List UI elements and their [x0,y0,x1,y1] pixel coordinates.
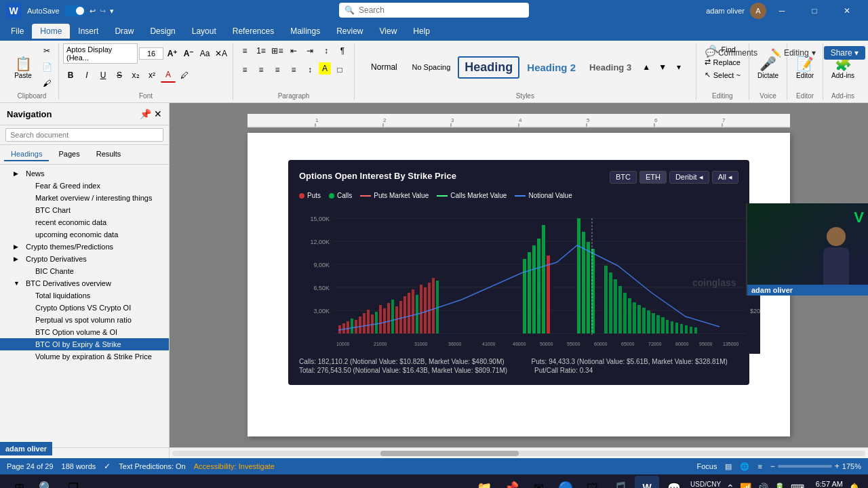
styles-expand[interactable]: ▾ [671,60,686,75]
increase-indent-btn[interactable]: ⇥ [302,43,317,58]
layout-normal-btn[interactable]: ▤ [725,462,732,471]
tab-mailings[interactable]: Mailings [282,24,328,39]
style-normal[interactable]: Normal [363,59,404,75]
focus-btn[interactable]: Focus [696,462,717,470]
layout-outline-btn[interactable]: ≡ [757,462,762,470]
keyboard-icon[interactable]: ⌨ [789,481,806,488]
taskbar-word[interactable]: W [635,476,659,488]
taskbar-music[interactable]: 🎵 [608,476,632,488]
editing-btn[interactable]: ✏️ Editing ▾ [766,47,821,59]
font-name-selector[interactable]: Aptos Display (Hea... [63,43,138,64]
taskbar-explorer[interactable]: 📁 [472,476,496,488]
volume-icon[interactable]: 🔊 [755,481,770,488]
show-marks-btn[interactable]: ¶ [335,43,350,58]
taskbar-shield[interactable]: 🛡 [580,476,605,488]
justify-btn[interactable]: ≡ [286,62,301,77]
tab-view[interactable]: View [372,24,406,39]
tab-help[interactable]: Help [405,24,438,39]
all-filter-btn[interactable]: All ◂ [712,171,738,184]
tab-design[interactable]: Design [142,24,183,39]
align-left-btn[interactable]: ≡ [237,62,252,77]
shading-btn[interactable]: A [319,62,331,75]
style-no-spacing[interactable]: No Spacing [406,60,456,75]
italic-btn[interactable]: I [79,68,94,83]
increase-font-btn[interactable]: A⁺ [165,46,180,61]
nav-item[interactable]: ▼BTC Derivatives overview [0,277,169,289]
deribit-filter-btn[interactable]: Deribit ◂ [669,171,709,184]
restore-btn[interactable]: □ [799,0,830,22]
nav-item[interactable]: ▶Crypto Derivatives [0,253,169,265]
style-heading2[interactable]: Heading 2 [521,58,582,77]
nav-item[interactable]: Volume by expiration & Strike Price [0,350,169,363]
nav-tab-headings[interactable]: Headings [4,148,49,161]
custom-btn[interactable]: ▾ [110,7,114,16]
styles-scroll-up[interactable]: ▲ [639,60,654,75]
tab-file[interactable]: File [3,24,32,39]
cut-btn[interactable]: ✂ [39,43,54,58]
paste-btn[interactable]: 📋 Paste [9,53,37,82]
taskview-btn[interactable]: ❐ [61,476,85,488]
minimize-btn[interactable]: ─ [766,0,797,22]
zoom-out-btn[interactable]: − [770,462,775,471]
undo-btn[interactable]: ↩ [90,7,96,16]
numbering-btn[interactable]: 1≡ [254,43,269,58]
taskbar-app1[interactable]: 🔵 [553,476,578,488]
h-scrollbar[interactable] [0,447,868,458]
style-heading3[interactable]: Heading 3 [583,59,637,76]
font-size-selector[interactable]: 16 [139,47,163,60]
text-predictions[interactable]: Text Predictions: On [119,462,185,470]
eth-filter-btn[interactable]: ETH [639,171,667,184]
autosave-toggle[interactable] [64,5,85,16]
zoom-in-btn[interactable]: + [835,462,840,471]
taskbar-pin[interactable]: 📌 [499,476,524,488]
nav-item[interactable]: recent economic data [0,216,169,228]
nav-item[interactable]: Fear & Greed index [0,180,169,192]
clear-format-btn[interactable]: ✕A [214,46,229,61]
bold-btn[interactable]: B [63,68,78,83]
tab-draw[interactable]: Draw [106,24,142,39]
style-heading[interactable]: Heading [458,56,519,79]
align-center-btn[interactable]: ≡ [254,62,269,77]
start-btn[interactable]: ⊞ [7,476,31,488]
nav-item[interactable]: Total liquidations [0,289,169,302]
battery-icon[interactable]: 🔋 [772,481,787,488]
nav-close-icon[interactable]: ✕ [154,108,162,119]
redo-btn[interactable]: ↪ [100,7,106,16]
decrease-font-btn[interactable]: A⁻ [181,46,196,61]
underline-btn[interactable]: U [96,68,111,83]
share-btn[interactable]: Share ▾ [824,46,865,60]
nav-item[interactable]: Market overview / interesting things [0,192,169,204]
nav-item[interactable]: Perptual vs spot volumn ratio [0,314,169,326]
nav-pin-icon[interactable]: 📌 [140,108,151,119]
notification-icon[interactable]: 🔔 [847,481,861,488]
nav-item[interactable]: BTC OI by Expiry & Strike [0,338,169,350]
styles-scroll-down[interactable]: ▼ [655,60,670,75]
decrease-indent-btn[interactable]: ⇤ [286,43,301,58]
bullets-btn[interactable]: ≡ [237,43,252,58]
tab-review[interactable]: Review [328,24,371,39]
nav-item[interactable]: Crypto Options VS Crypto OI [0,302,169,314]
nav-tab-pages[interactable]: Pages [52,148,86,161]
btc-filter-btn[interactable]: BTC [610,171,637,184]
close-btn[interactable]: ✕ [831,0,863,22]
nav-item[interactable]: BTC Chart [0,204,169,216]
zoom-slider[interactable] [778,465,832,468]
time-display[interactable]: 6:57 AM 8/10/2024 [810,480,843,488]
taskbar-search[interactable]: 🔍 [34,476,58,488]
nav-tab-results[interactable]: Results [90,148,128,161]
layout-web-btn[interactable]: 🌐 [740,462,749,471]
nav-search-input[interactable] [5,128,163,142]
tab-home[interactable]: Home [32,24,70,39]
borders-btn[interactable]: □ [332,62,347,77]
line-spacing-btn[interactable]: ↕ [302,62,317,77]
nav-item[interactable]: ▶News [0,167,169,180]
align-right-btn[interactable]: ≡ [270,62,285,77]
change-case-btn[interactable]: Aa [197,46,212,61]
highlight-btn[interactable]: 🖊 [177,68,192,83]
multilevel-btn[interactable]: ⊞≡ [270,43,285,58]
tab-references[interactable]: References [224,24,282,39]
tab-insert[interactable]: Insert [70,24,106,39]
strikethrough-btn[interactable]: S [112,68,127,83]
nav-item[interactable]: ▶Crypto themes/Predictions [0,241,169,253]
search-input[interactable] [359,5,524,15]
